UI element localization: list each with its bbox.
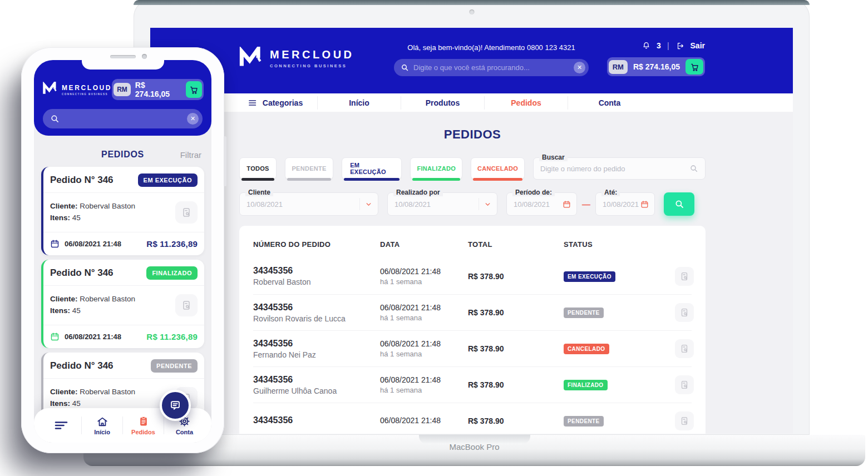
order-card-title: Pedido N° 346 xyxy=(50,360,114,371)
order-total: R$ 378.90 xyxy=(468,344,564,353)
desktop-screen: MERCLOUD CONNECTING BUSINESS Olá, seja b… xyxy=(150,28,793,434)
nav-item-categorias[interactable]: Categorias xyxy=(234,96,317,110)
clear-search-icon[interactable]: ✕ xyxy=(187,113,199,125)
cart-icon[interactable] xyxy=(685,59,703,75)
order-total: R$ 378.90 xyxy=(468,272,564,281)
logout-icon[interactable] xyxy=(675,42,684,50)
view-order-button[interactable] xyxy=(675,411,694,430)
search-icon[interactable] xyxy=(689,164,698,173)
cliente-label: Cliente xyxy=(245,189,273,196)
nav-label-inicio: Início xyxy=(94,429,110,435)
order-total: R$ 378.90 xyxy=(468,380,564,389)
phone-camera xyxy=(142,54,147,59)
chat-fab-button[interactable] xyxy=(160,390,191,421)
calendar-icon xyxy=(50,239,60,249)
nav-label-inicio: Início xyxy=(349,98,369,107)
items-label: Itens: xyxy=(50,399,70,408)
realizado-por-label: Realizado por xyxy=(393,189,443,196)
cart-icon[interactable] xyxy=(186,81,203,98)
nav-item-pedidos[interactable]: Pedidos xyxy=(123,415,164,435)
view-order-button[interactable] xyxy=(675,303,694,322)
user-initials-badge: RM xyxy=(114,83,131,96)
client-name: Roberval Baston xyxy=(80,388,135,396)
home-icon xyxy=(96,416,108,427)
menu-icon xyxy=(54,420,68,431)
order-client: Fernando Nei Paz xyxy=(253,350,380,359)
nav-item-pedidos[interactable]: Pedidos xyxy=(484,96,568,110)
wallet-pill[interactable]: RM R$ 274.16,05 xyxy=(607,57,705,76)
col-data: DATA xyxy=(380,240,468,249)
order-card-title: Pedido N° 346 xyxy=(50,267,114,279)
order-total: R$ 11.236,89 xyxy=(146,239,198,249)
wallet-pill[interactable]: RM R$ 274.16,05 xyxy=(112,79,204,100)
calendar-icon[interactable] xyxy=(640,200,649,209)
bell-icon[interactable] xyxy=(642,41,650,50)
status-badge: PENDENTE xyxy=(564,416,604,427)
nav-item-produtos[interactable]: Produtos xyxy=(401,96,484,110)
cliente-select[interactable]: Cliente 10/08/2021 xyxy=(239,192,378,216)
view-order-button[interactable] xyxy=(175,294,198,316)
phone-search-bar[interactable]: ✕ xyxy=(43,109,203,128)
global-search[interactable]: ✕ xyxy=(394,59,589,76)
phone-side-button xyxy=(224,136,226,186)
realizado-por-select[interactable]: Realizado por 10/08/2021 xyxy=(387,192,497,216)
order-date: 06/08/2021 21:48 xyxy=(380,416,468,425)
table-row: 34345356Roberval Baston 06/08/2021 21:48… xyxy=(253,258,692,294)
apply-filters-button[interactable] xyxy=(664,192,694,216)
logout-label[interactable]: Sair xyxy=(691,41,705,50)
nav-item-inicio[interactable]: Início xyxy=(317,96,401,110)
tab-finalizado[interactable]: FINALIZADO xyxy=(410,157,462,180)
view-order-button[interactable] xyxy=(675,267,694,286)
table-row: 34345356Guilherme Ulhôa Canoa 06/08/2021… xyxy=(253,366,692,403)
brand-logo: MERCLOUD CONNECTING BUSINESS xyxy=(239,47,354,70)
order-relative-date: há 1 semana xyxy=(380,386,468,394)
filters-row: Cliente 10/08/2021 Realizado por 10/08/2… xyxy=(239,192,706,216)
tab-em-execucao[interactable]: EM EXECUÇÃO xyxy=(342,157,402,180)
order-date: 06/08/2021 21:48 xyxy=(380,339,468,348)
order-total: R$ 378.90 xyxy=(468,416,564,425)
status-badge: PENDENTE xyxy=(564,308,604,318)
client-name: Roberval Baston xyxy=(80,202,135,210)
status-badge: CANCELADO xyxy=(564,344,609,354)
desktop-header: MERCLOUD CONNECTING BUSINESS Olá, seja b… xyxy=(150,28,793,93)
col-total: TOTAL xyxy=(468,240,564,249)
client-label: Cliente: xyxy=(50,388,78,396)
order-card[interactable]: Pedido N° 346 EM EXECUÇÃO Cliente: Rober… xyxy=(41,167,204,255)
items-count: 45 xyxy=(72,399,81,408)
order-date: 06/08/2021 21:48 xyxy=(65,333,121,341)
chevron-down-icon[interactable] xyxy=(479,198,491,210)
nav-menu-button[interactable] xyxy=(41,420,81,431)
items-count: 45 xyxy=(72,306,81,315)
webcam-dot xyxy=(469,9,474,14)
nav-item-conta[interactable]: Conta xyxy=(568,96,651,110)
wallet-balance: R$ 274.16,05 xyxy=(633,62,680,71)
items-count: 45 xyxy=(72,214,81,222)
tab-cancelado[interactable]: CANCELADO xyxy=(471,157,525,180)
nav-label-categorias: Categorias xyxy=(263,98,303,107)
welcome-text: Olá, seja bem-vindo(a)! Atendimento 0800… xyxy=(394,43,589,52)
nav-item-inicio[interactable]: Início xyxy=(82,416,122,435)
clear-search-icon[interactable]: ✕ xyxy=(574,62,585,73)
order-card[interactable]: Pedido N° 346 FINALIZADO Cliente: Roberv… xyxy=(41,260,204,348)
phone-screen: MERCLOUD CONNECTING BUSINESS RM R$ 274.1… xyxy=(34,60,211,443)
cliente-value: 10/08/2021 xyxy=(246,200,359,209)
order-number: 34345356 xyxy=(253,339,380,349)
wallet-balance: R$ 274.16,05 xyxy=(135,81,181,98)
view-order-button[interactable] xyxy=(675,375,694,394)
ate-datepicker[interactable]: Até: 10/08/2021 xyxy=(595,192,655,216)
ate-value: 10/08/2021 xyxy=(603,200,640,209)
global-search-input[interactable] xyxy=(413,63,569,72)
calendar-icon[interactable] xyxy=(563,200,571,209)
order-search-field[interactable]: Buscar xyxy=(533,157,706,180)
col-status: STATUS xyxy=(564,240,675,249)
view-order-button[interactable] xyxy=(675,339,694,358)
client-name: Roberval Baston xyxy=(80,295,135,303)
tab-pendente[interactable]: PENDENTE xyxy=(285,157,333,180)
filter-link[interactable]: Filtrar xyxy=(180,150,201,160)
order-search-input[interactable] xyxy=(534,165,689,173)
calendar-icon xyxy=(50,332,60,341)
view-order-button[interactable] xyxy=(175,201,198,224)
chevron-down-icon[interactable] xyxy=(359,198,372,210)
tab-todos[interactable]: TODOS xyxy=(239,157,277,180)
periodo-de-datepicker[interactable]: Período de: 10/08/2021 xyxy=(506,192,577,216)
